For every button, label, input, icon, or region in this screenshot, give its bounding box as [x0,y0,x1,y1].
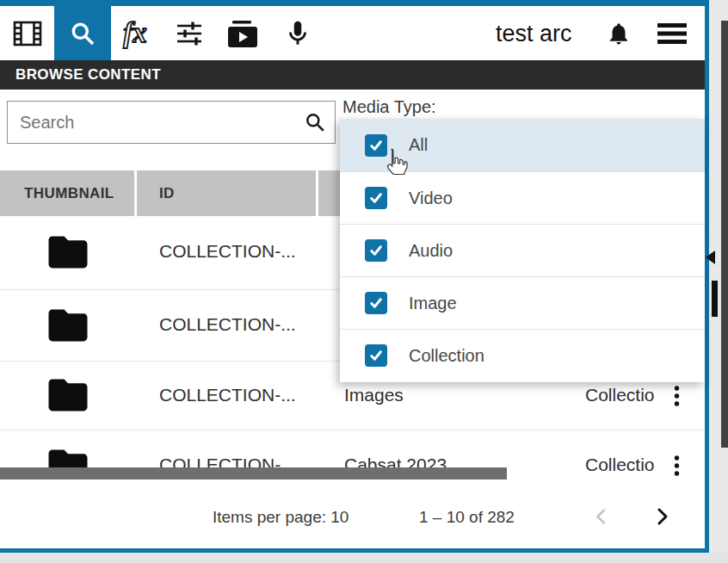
option-label: Collection [409,346,484,366]
cell-id: COLLECTION-... [159,241,296,262]
checkbox-checked-icon[interactable] [365,344,387,367]
app-screen: fx test arc [0,0,728,563]
checkbox-checked-icon[interactable] [365,292,387,314]
search-box [7,101,336,144]
outer-bottom-strip [0,553,728,563]
row-menu-kebab-icon[interactable] [673,454,681,481]
column-header-id: ID [159,170,175,216]
film-strip-icon[interactable] [12,6,43,60]
cell-title: Images [344,385,404,405]
cell-type: Collectio [585,455,655,475]
column-separator [134,170,137,216]
folder-icon[interactable] [45,375,91,418]
fx-effects-icon[interactable]: fx [115,6,155,60]
column-separator [316,170,318,216]
checkbox-checked-icon[interactable] [365,187,387,209]
media-type-label: Media Type: [342,97,436,117]
folder-icon[interactable] [45,306,91,349]
paginator: Items per page: 10 1 – 10 of 282 [0,479,705,548]
cursor-hand-icon [379,145,410,184]
video-library-icon[interactable] [224,6,262,60]
tune-filters-icon[interactable] [172,6,207,60]
items-per-page-label[interactable]: Items per page: 10 [213,508,349,527]
panel-collapse-arrow-icon[interactable] [706,251,715,264]
cell-id: COLLECTION-... [159,314,296,335]
folder-icon[interactable] [45,232,91,275]
main-toolbar: fx test arc [0,6,705,60]
page-range-label: 1 – 10 of 282 [419,508,515,527]
cell-id: COLLECTION-... [159,385,296,405]
next-page-button[interactable] [649,504,675,529]
media-type-option-audio[interactable]: Audio [340,224,705,276]
search-icon [69,20,96,47]
search-field-magnifier-icon[interactable] [304,111,326,137]
window-border-top [0,0,709,6]
horizontal-scrollbar[interactable] [0,467,507,479]
hamburger-menu-icon[interactable] [654,6,690,60]
media-type-option-image[interactable]: Image [340,276,705,329]
checkbox-checked-icon[interactable] [365,239,387,262]
app-title: test arc [496,21,572,47]
browser-scrollbar-thumb[interactable] [712,281,718,317]
cell-type: Collectio [585,385,655,405]
search-tab-active[interactable] [54,6,111,60]
option-label: Video [409,189,453,208]
column-header-thumbnail: THUMBNAIL [24,170,114,216]
option-label: Audio [409,241,453,261]
microphone-icon[interactable] [281,6,315,60]
outer-dark-strip [721,21,728,448]
option-label: Image [409,294,457,313]
bell-icon[interactable] [602,6,635,60]
page-title: BROWSE CONTENT [0,66,161,84]
previous-page-button[interactable] [589,504,614,529]
option-label: All [409,135,428,155]
search-input[interactable] [8,102,335,143]
browse-content-header: BROWSE CONTENT [0,60,705,90]
media-type-option-collection[interactable]: Collection [340,329,705,381]
row-menu-kebab-icon[interactable] [673,384,681,411]
